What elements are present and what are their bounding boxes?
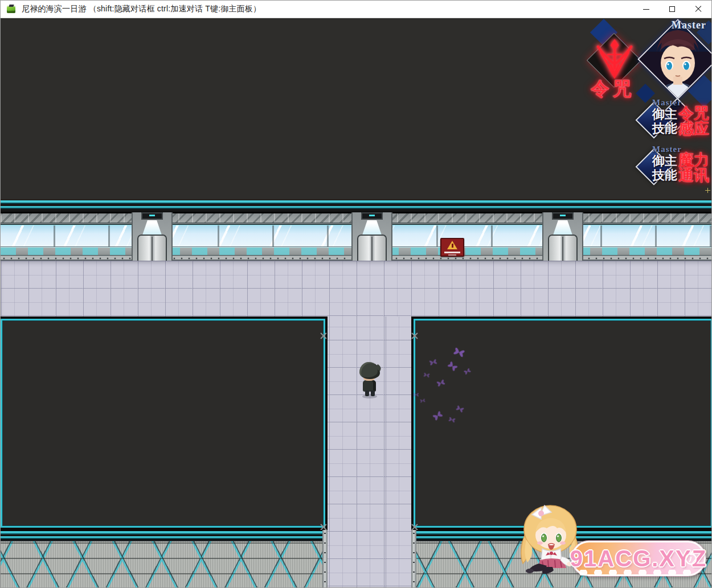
elevator-indicator — [141, 212, 163, 220]
elevator[interactable] — [351, 212, 392, 261]
skill-name-label: 魔力通讯 — [678, 153, 709, 183]
master-skill-mana-comm[interactable]: Master 御主技能 魔力通讯 — [632, 148, 712, 194]
game-viewport[interactable]: 令咒 — [1, 18, 712, 588]
skill-master-label: Master — [652, 98, 682, 108]
dark-room-left — [1, 316, 328, 530]
wall-top — [1, 213, 712, 261]
app-icon — [6, 5, 17, 14]
skill-owner-label: 御主技能 — [652, 154, 677, 182]
window-title: 尼禄的海滨一日游 （shift:隐藏对话框 ctrl:加速对话 T键:御主面板） — [22, 4, 261, 14]
player-character — [358, 362, 381, 398]
elevator-doors — [357, 235, 387, 262]
maximize-button[interactable] — [659, 1, 685, 18]
master-skill-command-seal-sense[interactable]: Master 御主技能 令咒感应 — [632, 101, 712, 147]
minimize-button[interactable] — [633, 1, 659, 18]
elevator-indicator — [361, 212, 383, 220]
master-label: Master — [672, 19, 706, 31]
corridor-edge-right — [411, 530, 416, 588]
skill-master-label: Master — [652, 145, 682, 154]
butterfly-particle — [419, 397, 427, 405]
butterfly-particle — [422, 371, 431, 380]
room-corner-marker — [320, 332, 327, 339]
close-icon — [695, 6, 702, 13]
room-corner-marker — [411, 332, 418, 339]
skill-owner-label: 御主技能 — [652, 107, 677, 135]
minimize-icon — [643, 9, 649, 10]
warning-sign — [440, 238, 464, 257]
elevator-doors — [548, 235, 578, 262]
close-button[interactable] — [685, 1, 711, 18]
corridor-edge-left — [322, 530, 328, 588]
watermark: 91ACG.XYZ — [513, 500, 712, 588]
maximize-icon — [669, 6, 675, 12]
elevator-indicator — [552, 212, 574, 220]
warning-triangle-icon — [447, 241, 457, 249]
elevator[interactable] — [132, 212, 173, 261]
bottom-stripe-band-left — [1, 530, 328, 540]
command-seal-label: 令咒 — [586, 76, 640, 102]
wall-bottom-left — [1, 540, 323, 588]
titlebar: 尼禄的海滨一日游 （shift:隐藏对话框 ctrl:加速对话 T键:御主面板） — [1, 1, 711, 18]
peach-icon — [684, 550, 698, 565]
elevator-lamp — [553, 220, 572, 235]
floor-vertical-corridor[interactable] — [328, 316, 411, 588]
game-window: 尼禄的海滨一日游 （shift:隐藏对话框 ctrl:加速对话 T键:御主面板） — [0, 0, 712, 588]
elevator[interactable] — [542, 212, 583, 261]
ceiling-stripes — [1, 199, 712, 213]
elevator-lamp — [362, 220, 382, 235]
skill-name-label: 令咒感应 — [678, 106, 709, 137]
floor-horizontal-corridor[interactable] — [1, 261, 712, 316]
watermark-badge: 91ACG.XYZ — [571, 541, 706, 576]
elevator-doors — [137, 235, 167, 262]
elevator-lamp — [142, 220, 162, 235]
